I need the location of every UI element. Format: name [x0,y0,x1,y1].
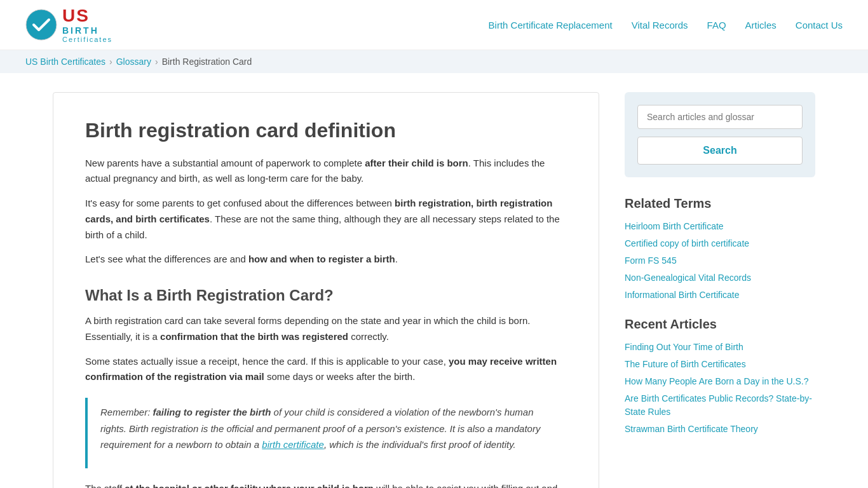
recent-articles-heading: Recent Articles [625,317,815,332]
related-term-certified[interactable]: Certified copy of birth certificate [625,238,749,248]
bold-confirmation: confirmation that the birth was register… [160,331,348,342]
breadcrumb-current: Birth Registration Card [162,57,252,67]
related-term-non-genealogical[interactable]: Non-Genealogical Vital Records [625,273,751,283]
list-item: The Future of Birth Certificates [625,358,815,371]
birth-certificate-link[interactable]: birth certificate [262,439,324,450]
list-item: Informational Birth Certificate [625,288,815,302]
list-item: Finding Out Your Time of Birth [625,341,815,354]
article-link-how-many[interactable]: How Many People Are Born a Day in the U.… [625,376,808,386]
list-item: Are Birth Certificates Public Records? S… [625,392,815,419]
breadcrumb-glossary[interactable]: Glossary [116,57,151,67]
list-item: Strawman Birth Certificate Theory [625,423,815,436]
breadcrumb-sep-1: › [109,57,112,67]
related-terms-heading: Related Terms [625,196,815,211]
logo[interactable]: US BIRTH Certificates [25,6,112,43]
nav-birth-certificate-replacement[interactable]: Birth Certificate Replacement [489,20,613,30]
related-terms-list: Heirloom Birth Certificate Certified cop… [625,220,815,302]
list-item: Form FS 545 [625,254,815,268]
bold-written-confirmation: you may receive written confirmation of … [85,356,557,383]
breadcrumb-home[interactable]: US Birth Certificates [25,57,105,67]
bold-hospital-staff: at the hospital or other facility where … [125,483,374,488]
article-link-future[interactable]: The Future of Birth Certificates [625,359,746,369]
intro-p2: It's easy for some parents to get confus… [85,196,567,243]
list-item: Heirloom Birth Certificate [625,220,815,233]
nav-contact-us[interactable]: Contact Us [796,20,843,30]
logo-birth: BIRTH [62,26,112,36]
nav-faq[interactable]: FAQ [707,20,726,30]
nav-vital-records[interactable]: Vital Records [632,20,688,30]
intro-p1: New parents have a substantial amount of… [85,156,567,187]
site-header: US BIRTH Certificates Birth Certificate … [0,0,868,50]
article-link-public-records[interactable]: Are Birth Certificates Public Records? S… [625,393,812,417]
search-button[interactable]: Search [637,137,803,165]
recent-articles-section: Recent Articles Finding Out Your Time of… [625,317,815,436]
search-box: Search [625,92,815,177]
list-item: Non-Genealogical Vital Records [625,271,815,285]
related-term-informational[interactable]: Informational Birth Certificate [625,290,740,300]
bold-failing-register: failing to register the birth [153,407,271,417]
breadcrumb-sep-2: › [155,57,158,67]
logo-text: US BIRTH Certificates [62,6,112,43]
logo-certificates: Certificates [62,36,112,43]
intro-p3: Let's see what the differences are and h… [85,252,567,268]
sidebar: Search Related Terms Heirloom Birth Cert… [625,92,815,488]
main-nav: Birth Certificate Replacement Vital Reco… [489,20,843,30]
list-item: How Many People Are Born a Day in the U.… [625,375,815,388]
logo-icon [25,9,57,41]
logo-us: US [62,6,112,26]
what-is-p1: A birth registration card can take sever… [85,313,567,345]
page-container: Birth registration card definition New p… [27,73,841,488]
bold-how-when: how and when to register a birth [248,254,395,264]
breadcrumb: US Birth Certificates › Glossary › Birth… [0,50,868,73]
article-link-time-of-birth[interactable]: Finding Out Your Time of Birth [625,342,743,352]
bold-after-child-born: after their child is born [365,158,468,168]
blockquote-text: Remember: failing to register the birth … [100,404,554,453]
article-link-strawman[interactable]: Strawman Birth Certificate Theory [625,424,758,434]
search-input[interactable] [637,105,803,129]
section-heading-what-is: What Is a Birth Registration Card? [85,287,567,304]
related-terms-section: Related Terms Heirloom Birth Certificate… [625,196,815,302]
what-is-p2: Some states actually issue a receipt, he… [85,354,567,386]
article-title: Birth registration card definition [85,118,567,142]
list-item: Certified copy of birth certificate [625,237,815,250]
nav-articles[interactable]: Articles [745,20,776,30]
svg-point-0 [26,10,57,40]
related-term-heirloom[interactable]: Heirloom Birth Certificate [625,221,724,231]
recent-articles-list: Finding Out Your Time of Birth The Futur… [625,341,815,436]
bold-registration-types: birth registration, birth registration c… [85,198,552,224]
article: Birth registration card definition New p… [53,92,599,488]
after-blockquote-p: The staff at the hospital or other facil… [85,481,567,488]
blockquote: Remember: failing to register the birth … [85,398,567,468]
related-term-form-fs545[interactable]: Form FS 545 [625,255,677,266]
